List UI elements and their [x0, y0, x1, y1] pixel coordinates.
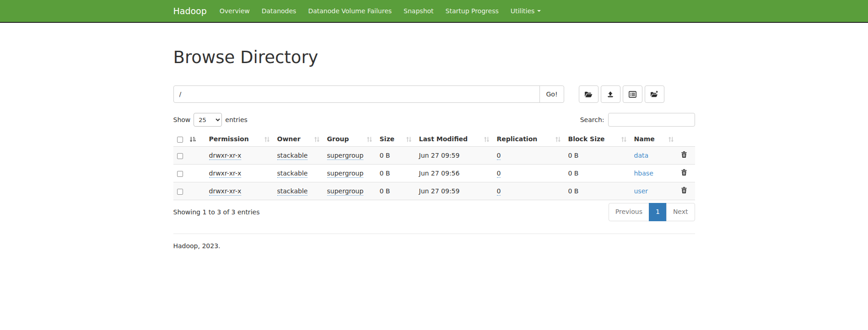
nav-item-overview[interactable]: Overview [214, 0, 256, 22]
delete-button[interactable] [681, 169, 687, 177]
entries-label: entries [225, 116, 248, 123]
header-block-size[interactable]: Block Size [565, 133, 631, 147]
permission-cell[interactable]: drwxr-xr-x [209, 170, 242, 178]
sort-both-icon [264, 136, 270, 144]
trash-icon [681, 170, 687, 177]
last-modified-cell: Jun 27 09:56 [419, 170, 460, 177]
replication-cell[interactable]: 0 [497, 152, 501, 160]
header-replication[interactable]: Replication [493, 133, 565, 147]
header-actions [678, 133, 695, 147]
header-owner[interactable]: Owner [274, 133, 323, 147]
table-info: Showing 1 to 3 of 3 entries [173, 208, 260, 216]
replication-cell[interactable]: 0 [497, 187, 501, 196]
row-checkbox[interactable] [177, 153, 183, 159]
directory-link[interactable]: hbase [634, 170, 653, 177]
sort-both-icon [621, 136, 627, 144]
last-modified-cell: Jun 27 09:59 [419, 187, 460, 195]
owner-cell[interactable]: stackable [277, 152, 308, 160]
header-last-modified[interactable]: Last Modified [415, 133, 493, 147]
last-modified-cell: Jun 27 09:59 [419, 152, 460, 159]
search-label: Search: [580, 116, 604, 123]
directory-link[interactable]: user [634, 187, 648, 195]
directory-table: Permission Owner Group Size Last Modifie… [173, 133, 695, 200]
nav-item-datanode-volume-failures[interactable]: Datanode Volume Failures [302, 0, 398, 22]
select-all-checkbox[interactable] [177, 137, 183, 143]
go-button[interactable]: Go! [539, 85, 564, 103]
brand-link[interactable]: Hadoop [167, 0, 214, 22]
nav-item-startup-progress[interactable]: Startup Progress [440, 0, 505, 22]
header-size[interactable]: Size [376, 133, 415, 147]
pagination-previous[interactable]: Previous [609, 203, 649, 221]
top-navbar: Hadoop Overview Datanodes Datanode Volum… [0, 0, 868, 23]
path-input-group: Go! [173, 85, 564, 103]
directory-link[interactable]: data [634, 152, 649, 159]
size-cell: 0 B [380, 187, 390, 195]
permission-cell[interactable]: drwxr-xr-x [209, 187, 242, 196]
nav-dropdown-utilities[interactable]: Utilities [505, 0, 547, 22]
sort-both-icon [555, 136, 561, 144]
nav-item-snapshot[interactable]: Snapshot [398, 0, 439, 22]
owner-cell[interactable]: stackable [277, 187, 308, 196]
header-name[interactable]: Name [631, 133, 678, 147]
sort-both-icon [484, 136, 490, 144]
page-length-select[interactable]: 25 [194, 113, 222, 127]
table-row: drwxr-xr-x stackable supergroup 0 B Jun … [173, 182, 695, 200]
list-alt-icon [629, 91, 636, 98]
table-header-row: Permission Owner Group Size Last Modifie… [173, 133, 695, 147]
block-size-cell: 0 B [568, 152, 579, 159]
owner-cell[interactable]: stackable [277, 170, 308, 178]
sort-both-icon [367, 136, 372, 144]
folder-move-icon [650, 90, 658, 98]
size-cell: 0 B [380, 152, 390, 159]
sort-both-icon [668, 136, 674, 144]
header-permission[interactable]: Permission [205, 133, 274, 147]
caret-down-icon [537, 10, 541, 12]
show-label: Show [173, 116, 191, 123]
group-cell[interactable]: supergroup [327, 187, 364, 196]
group-cell[interactable]: supergroup [327, 170, 364, 178]
row-checkbox[interactable] [177, 189, 183, 195]
row-checkbox[interactable] [177, 171, 183, 177]
move-directory-button[interactable] [645, 85, 664, 103]
utilities-label: Utilities [511, 0, 535, 22]
pagination: Previous 1 Next [609, 203, 695, 221]
create-directory-button[interactable] [579, 85, 598, 103]
sort-by-attributes-icon [189, 136, 196, 144]
upload-files-button[interactable] [601, 85, 620, 103]
cut-paste-button[interactable] [623, 85, 642, 103]
folder-open-icon [584, 91, 593, 98]
file-action-buttons [579, 85, 664, 103]
header-group[interactable]: Group [323, 133, 376, 147]
path-bar: Go! [173, 85, 695, 103]
block-size-cell: 0 B [568, 187, 579, 195]
search-input[interactable] [608, 113, 695, 127]
pagination-next[interactable]: Next [666, 203, 695, 221]
nav-item-datanodes[interactable]: Datanodes [256, 0, 302, 22]
table-row: drwxr-xr-x stackable supergroup 0 B Jun … [173, 147, 695, 165]
directory-path-input[interactable] [173, 85, 540, 103]
pagination-page-1[interactable]: 1 [649, 203, 667, 221]
table-row: drwxr-xr-x stackable supergroup 0 B Jun … [173, 165, 695, 182]
delete-button[interactable] [681, 187, 687, 195]
page-title: Browse Directory [173, 48, 695, 67]
size-cell: 0 B [380, 170, 390, 177]
permission-cell[interactable]: drwxr-xr-x [209, 152, 242, 160]
trash-icon [681, 153, 687, 160]
delete-button[interactable] [681, 151, 687, 160]
replication-cell[interactable]: 0 [497, 170, 501, 178]
block-size-cell: 0 B [568, 170, 579, 177]
table-controls: Show 25 entries Search: [173, 113, 695, 127]
footer-divider [173, 234, 695, 234]
group-cell[interactable]: supergroup [327, 152, 364, 160]
upload-icon [607, 91, 614, 98]
sort-both-icon [314, 136, 320, 144]
footer-text: Hadoop, 2023. [173, 242, 695, 304]
trash-icon [681, 188, 687, 195]
sort-both-icon [406, 136, 412, 144]
select-all-header[interactable] [173, 133, 205, 147]
